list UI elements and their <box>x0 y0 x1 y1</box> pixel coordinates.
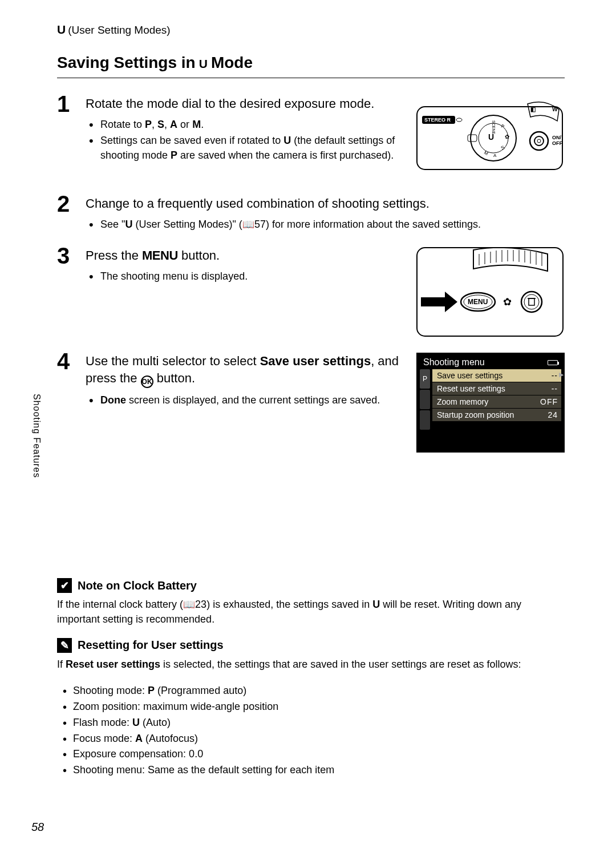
svg-text:ON/: ON/ <box>552 135 562 140</box>
step-heading: Rotate the mode dial to the desired expo… <box>86 95 402 112</box>
step-3: 3 Press the MENU button. The shooting me… <box>57 244 565 338</box>
svg-rect-7 <box>468 135 477 142</box>
camera-back-illustration: MENU ✿ <box>416 247 565 338</box>
step-4: 4 Use the multi selector to select Save … <box>57 350 565 453</box>
menu-row-zoom-memory: Zoom memoryOFF <box>432 395 561 408</box>
menu-arrow-icon: ▶ <box>559 371 564 378</box>
svg-text:M: M <box>483 150 489 156</box>
step-1: 1 Rotate the mode dial to the desired ex… <box>57 92 565 181</box>
svg-text:MENU: MENU <box>468 298 488 306</box>
step-heading: Use the multi selector to select Save us… <box>86 353 402 388</box>
page-number: 58 <box>31 821 44 834</box>
title-symbol: U <box>199 57 208 71</box>
menu-row-startup-zoom: Startup zoom position24 <box>432 409 561 421</box>
reset-item-1: Shooting mode: P (Programmed auto) <box>63 683 565 699</box>
book-icon: 📖 <box>242 219 254 230</box>
menu-label: MENU <box>142 248 178 263</box>
svg-marker-22 <box>421 292 457 312</box>
svg-point-28 <box>524 294 539 309</box>
step-2: 2 Change to a frequently used combinatio… <box>57 192 565 233</box>
menu-row-save: Save user settings-- <box>432 369 561 382</box>
svg-text:W: W <box>552 106 558 112</box>
pencil-icon: ✎ <box>57 638 72 653</box>
reset-item-5: Exposure compensation: 0.0 <box>63 746 565 762</box>
svg-text:◧: ◧ <box>530 106 536 112</box>
check-icon: ✔ <box>57 578 72 593</box>
note-clock-title: ✔ Note on Clock Battery <box>57 578 565 593</box>
svg-point-3 <box>456 118 462 122</box>
svg-text:A: A <box>493 153 497 158</box>
step-heading: Change to a frequently used combination … <box>86 195 565 212</box>
menu-tab-2 <box>420 390 430 409</box>
book-icon: 📖 <box>183 599 195 610</box>
header-label: (User Setting Modes) <box>68 24 171 37</box>
ok-button-icon: OK <box>141 375 153 388</box>
step-number: 3 <box>57 244 74 338</box>
svg-point-18 <box>537 139 541 143</box>
svg-rect-21 <box>417 248 563 336</box>
svg-rect-29 <box>529 298 534 305</box>
step1-bullet-2: Settings can be saved even if rotated to… <box>89 133 402 163</box>
menu-tab-p: P <box>420 369 430 389</box>
svg-text:SCENE: SCENE <box>492 120 496 134</box>
title-prefix: Saving Settings in <box>57 54 196 72</box>
svg-point-17 <box>534 136 544 146</box>
shooting-menu-screenshot: Shooting menu P Save user settings-- <box>416 353 565 453</box>
note-reset-intro: If Reset user settings is selected, the … <box>57 657 565 672</box>
svg-point-16 <box>530 132 548 150</box>
step-number: 2 <box>57 192 74 233</box>
reset-item-2: Zoom position: maximum wide-angle positi… <box>63 699 565 715</box>
step1-bullet-1: Rotate to P, S, A or M. <box>89 117 402 132</box>
svg-text:STEREO R: STEREO R <box>424 117 451 123</box>
step-heading: Press the MENU button. <box>86 247 402 264</box>
menu-row-reset: Reset user settings-- <box>432 382 561 395</box>
step-number: 4 <box>57 350 74 453</box>
note-clock-body: If the internal clock battery (📖23) is e… <box>57 597 565 626</box>
menu-tab-3 <box>420 410 430 430</box>
shooting-menu-title: Shooting menu <box>423 357 485 368</box>
reset-item-3: Flash mode: U (Auto) <box>63 715 565 731</box>
step3-bullet-1: The shooting menu is displayed. <box>89 269 402 284</box>
svg-text:OFF: OFF <box>552 140 562 146</box>
step4-bullet-1: Done screen is displayed, and the curren… <box>89 393 402 407</box>
section-tab: Shooting Features <box>31 394 42 478</box>
svg-text:✿: ✿ <box>503 296 512 308</box>
header: U (User Setting Modes) <box>57 23 565 37</box>
reset-item-4: Focus mode: A (Autofocus) <box>63 731 565 747</box>
note-reset-title: ✎ Resetting for User settings <box>57 638 565 653</box>
mode-symbol: U <box>57 23 66 37</box>
svg-text:✿: ✿ <box>505 134 509 140</box>
title-suffix: Mode <box>211 54 253 72</box>
step-number: 1 <box>57 92 74 181</box>
page-title: Saving Settings in U Mode <box>57 54 565 78</box>
camera-top-illustration: STEREO R U P SCENE ✿ S A M <box>416 95 565 181</box>
step2-bullet-1: See "U (User Setting Modes)" (📖57) for m… <box>89 217 565 232</box>
battery-icon <box>548 360 558 365</box>
reset-item-6: Shooting menu: Same as the default setti… <box>63 762 565 778</box>
